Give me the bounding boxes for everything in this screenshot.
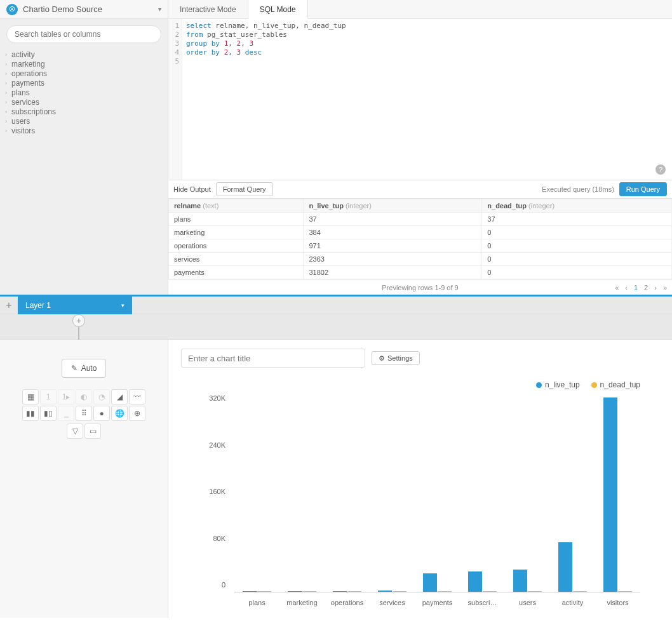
table-row: payments318020 [169,266,672,279]
chevron-right-icon: › [5,61,11,67]
pager-»[interactable]: » [663,284,667,291]
bar-grouped-icon[interactable]: ▮▯ [40,406,57,421]
bar-chart: 080K160K240K320K plansmarketingoperation… [200,394,640,611]
bar-n_dead_tup[interactable] [347,591,361,592]
bar-n_live_tup[interactable] [288,591,302,592]
table-row: marketing3840 [169,226,672,239]
bar-n_live_tup[interactable] [243,591,257,592]
format-query-button[interactable]: Format Query [216,182,273,196]
chart-settings-button[interactable]: ⚙ Settings [372,351,420,365]
results-pager: Previewing rows 1-9 of 9 «‹12›» [168,279,672,295]
gear-icon: ⚙ [379,354,385,363]
caret-down-icon: ▾ [158,6,161,13]
chart-title-input[interactable] [181,349,365,368]
auto-button[interactable]: ✎ Auto [62,359,107,378]
area-icon[interactable]: ◢ [111,389,128,404]
number-icon[interactable]: 1 [40,389,57,404]
layer-tab[interactable]: Layer 1 ▾ [18,297,132,314]
tree-item-payments[interactable]: ›payments [4,78,164,88]
card-icon[interactable]: ▭ [84,424,101,439]
chevron-right-icon: › [5,90,11,96]
bar-n_dead_tup[interactable] [302,591,316,592]
bar-n_live_tup[interactable] [513,570,527,592]
legend-n_live_tup: n_live_tup [536,380,580,389]
run-query-button[interactable]: Run Query [619,182,667,196]
scatter-icon[interactable]: ⠿ [76,406,92,421]
number-trend-icon[interactable]: 1▸ [58,389,74,404]
bar-group [415,394,460,592]
col-n_dead_tup: n_dead_tup (integer) [482,199,672,213]
chevron-right-icon: › [5,109,11,115]
bar-n_dead_tup[interactable] [573,591,587,592]
bar-n_live_tup[interactable] [378,591,392,592]
bar-n_live_tup[interactable] [468,571,482,592]
bubble-icon[interactable]: ● [93,406,110,421]
bar-icon[interactable]: ▮▮ [22,406,39,421]
bar-n_live_tup[interactable] [423,573,437,592]
bar-n_dead_tup[interactable] [257,591,271,592]
globe-icon[interactable]: 🌐 [111,406,128,421]
add-layer-button[interactable]: + [0,297,18,314]
table-icon[interactable]: ▦ [22,389,39,404]
sql-code[interactable]: select relname, n_live_tup, n_dead_tup f… [182,19,672,180]
chart-area: ⚙ Settings n_live_tupn_dead_tup 080K160K… [168,340,672,618]
tree-item-marketing[interactable]: ›marketing [4,59,164,69]
chevron-right-icon: › [5,70,11,77]
bar-n_live_tup[interactable] [603,397,617,592]
sidebar: ⦿ Chartio Demo Source ▾ ›activity›market… [0,0,168,295]
bar-n_dead_tup[interactable] [393,591,407,592]
bullet-icon[interactable]: ⎯ [58,406,74,421]
help-icon[interactable]: ? [655,164,666,175]
source-icon: ⦿ [6,4,18,15]
chevron-right-icon: › [5,99,11,105]
tree-item-users[interactable]: ›users [4,116,164,126]
bar-n_live_tup[interactable] [333,591,347,592]
bar-group [505,394,550,592]
bar-group [234,394,279,592]
pager-‹[interactable]: ‹ [625,284,628,291]
bar-group [279,394,325,592]
chevron-right-icon: › [5,80,11,86]
tree-item-plans[interactable]: ›plans [4,88,164,97]
table-row: services23630 [169,253,672,266]
sql-editor[interactable]: 1 2 3 4 5 select relname, n_live_tup, n_… [168,19,672,180]
tree-item-services[interactable]: ›services [4,97,164,107]
pie-icon[interactable]: ◔ [93,389,110,404]
search-input[interactable] [6,25,161,43]
data-source-selector[interactable]: ⦿ Chartio Demo Source ▾ [0,0,168,19]
sparkline-icon[interactable]: 〰 [129,389,145,404]
tab-interactive-mode[interactable]: Interactive Mode [168,0,248,18]
tree-item-activity[interactable]: ›activity [4,50,164,59]
wand-icon: ✎ [71,364,77,373]
col-n_live_tup: n_live_tup (integer) [304,199,482,213]
pager-›[interactable]: › [654,284,657,291]
funnel-icon[interactable]: ▽ [67,424,83,439]
pager-2[interactable]: 2 [644,284,648,291]
source-name: Chartio Demo Source [23,4,102,14]
globe2-icon[interactable]: ⊕ [129,406,145,421]
editor-toolbar: Hide Output Format Query Executed query … [168,180,672,199]
add-step-button[interactable]: + [72,314,85,327]
bar-n_live_tup[interactable] [558,542,572,592]
tree-item-subscriptions[interactable]: ›subscriptions [4,107,164,116]
tree-item-visitors[interactable]: ›visitors [4,126,164,135]
bar-n_dead_tup[interactable] [528,591,542,592]
hide-output-button[interactable]: Hide Output [173,185,211,193]
results-table: relname (text)n_live_tup (integer)n_dead… [168,199,672,279]
bar-n_dead_tup[interactable] [483,591,497,592]
chevron-right-icon: › [5,51,11,58]
bar-n_dead_tup[interactable] [438,591,452,592]
line-gutter: 1 2 3 4 5 [168,19,182,180]
bar-n_dead_tup[interactable] [618,591,632,592]
tab-sql-mode[interactable]: SQL Mode [248,0,308,19]
pager-«[interactable]: « [615,284,619,291]
chart-legend: n_live_tupn_dead_tup [181,368,659,389]
table-row: plans3737 [169,213,672,226]
tree-item-operations[interactable]: ›operations [4,69,164,78]
pager-1[interactable]: 1 [634,284,638,291]
col-relname: relname (text) [169,199,304,213]
bar-group [460,394,505,592]
bar-group [370,394,415,592]
gauge-icon[interactable]: ◐ [76,389,92,404]
chevron-right-icon: › [5,128,11,134]
